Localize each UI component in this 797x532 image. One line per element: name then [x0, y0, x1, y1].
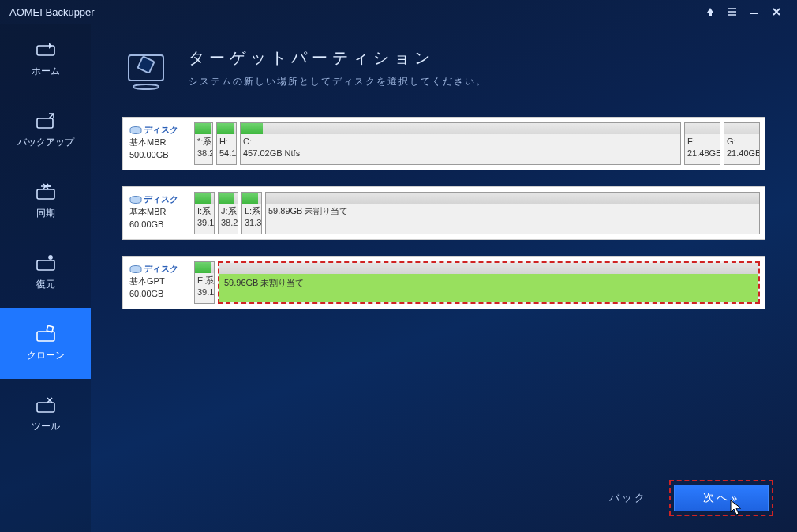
nav-backup[interactable]: バックアップ — [0, 95, 91, 166]
chevron-right-icon: » — [732, 492, 740, 504]
partition[interactable]: F:21.48GB — [684, 122, 720, 165]
sync-icon — [35, 183, 57, 200]
svg-rect-9 — [37, 260, 54, 270]
tools-icon — [35, 396, 57, 414]
next-button-highlight: 次へ » — [669, 480, 773, 516]
nav-tools[interactable]: ツール — [0, 379, 91, 450]
nav-label: バックアップ — [17, 136, 74, 149]
footer: バック 次へ » — [609, 480, 773, 516]
svg-rect-6 — [37, 46, 54, 55]
upgrade-icon[interactable] — [699, 1, 721, 23]
restore-icon — [35, 254, 57, 272]
partition[interactable]: *:系38.2 — [194, 122, 213, 165]
back-button[interactable]: バック — [609, 491, 647, 505]
sidebar: ホーム バックアップ 同期 復元 クローン ツール — [0, 24, 91, 532]
svg-rect-12 — [37, 403, 54, 412]
nav-home[interactable]: ホーム — [0, 24, 91, 95]
partition[interactable]: E:系39.1 — [194, 261, 215, 304]
disk-row[interactable]: ディスク基本MBR500.00GB*:系38.2H:54.1C:457.02GB… — [122, 117, 765, 170]
partition-unallocated[interactable]: 59.89GB 未割り当て — [265, 192, 760, 234]
next-button[interactable]: 次へ » — [674, 485, 769, 511]
close-button[interactable] — [765, 1, 788, 23]
partition[interactable]: L:系31.3 — [241, 192, 262, 234]
main-content: ターゲットパーティション システムの新しい場所としてディスクを選択してください。… — [91, 24, 797, 532]
disk-row[interactable]: ディスク基本GPT60.00GBE:系39.159.96GB 未割り当て — [122, 256, 765, 309]
page-title: ターゲットパーティション — [189, 47, 487, 69]
svg-rect-8 — [37, 189, 54, 199]
nav-label: クローン — [27, 349, 65, 362]
disk-row[interactable]: ディスク基本MBR60.00GBI:系39.1J:系38.2L:系31.359.… — [122, 186, 765, 240]
nav-restore[interactable]: 復元 — [0, 237, 91, 308]
home-icon — [35, 41, 57, 58]
svg-point-15 — [133, 84, 159, 89]
nav-label: 復元 — [36, 278, 55, 291]
svg-rect-7 — [37, 118, 53, 128]
disk-meta: ディスク基本MBR500.00GB — [128, 122, 191, 165]
svg-rect-10 — [37, 332, 54, 341]
disk-list: ディスク基本MBR500.00GB*:系38.2H:54.1C:457.02GB… — [122, 117, 765, 309]
app-title: AOMEI Backupper — [9, 6, 95, 18]
partition-unallocated[interactable]: 59.96GB 未割り当て — [218, 261, 760, 304]
nav-sync[interactable]: 同期 — [0, 166, 91, 237]
partition[interactable]: H:54.1 — [216, 122, 237, 165]
nav-label: ホーム — [32, 65, 60, 78]
svg-rect-14 — [137, 56, 154, 73]
page-header: ターゲットパーティション システムの新しい場所としてディスクを選択してください。 — [122, 47, 765, 95]
svg-rect-11 — [47, 325, 54, 332]
next-label: 次へ — [703, 491, 730, 505]
partition-hero-icon — [122, 47, 170, 95]
partition[interactable]: J:系38.2 — [218, 192, 238, 234]
minimize-button[interactable] — [743, 1, 765, 23]
disk-meta: ディスク基本MBR60.00GB — [128, 192, 191, 234]
partition[interactable]: G:21.40GB — [724, 122, 760, 165]
nav-label: ツール — [32, 420, 60, 433]
clone-icon — [35, 325, 57, 343]
disk-meta: ディスク基本GPT60.00GB — [128, 261, 191, 304]
nav-label: 同期 — [36, 207, 55, 220]
nav-clone[interactable]: クローン — [0, 308, 91, 379]
partition[interactable]: I:系39.1 — [194, 192, 215, 234]
titlebar: AOMEI Backupper — [0, 0, 797, 24]
page-subtitle: システムの新しい場所としてディスクを選択してください。 — [189, 75, 487, 88]
menu-icon[interactable] — [721, 1, 743, 23]
backup-icon — [35, 112, 57, 129]
partition[interactable]: C:457.02GB Ntfs — [240, 122, 681, 165]
